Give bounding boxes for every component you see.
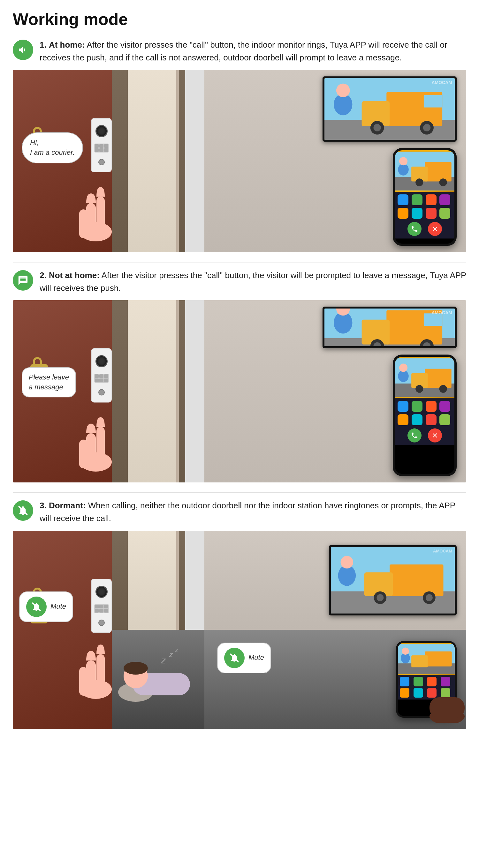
doorbell-button xyxy=(98,159,105,165)
svg-rect-17 xyxy=(425,162,451,181)
svg-point-22 xyxy=(399,157,407,165)
phone-video-svg xyxy=(395,150,454,192)
sleep-area: z z z xyxy=(112,630,204,729)
mode1-section: 1. At home: After the visitor presses th… xyxy=(13,38,466,252)
doorbell-keypad-2 xyxy=(94,374,109,383)
speaker-icon xyxy=(18,44,28,55)
mode2-text: 2. Not at home: After the visitor presse… xyxy=(40,269,466,295)
mode2-section: 2. Not at home: After the visitor presse… xyxy=(13,269,466,483)
doorbell-keypad-3 xyxy=(94,604,109,613)
doorbell-camera-2 xyxy=(96,355,108,367)
phone-screen xyxy=(395,150,454,244)
monitor-watermark-2: AMOCAM xyxy=(432,310,452,315)
svg-rect-73 xyxy=(411,655,428,667)
svg-point-20 xyxy=(439,178,447,186)
bell-mute-icon xyxy=(18,505,28,516)
svg-rect-50 xyxy=(96,654,105,692)
scene2: Please leavea message xyxy=(13,300,466,483)
page-title: Working mode xyxy=(13,9,466,29)
scene3-wall-mid: z z z xyxy=(112,531,204,729)
smartphone-1 xyxy=(393,148,457,246)
doorbell-keypad xyxy=(94,144,109,153)
scene3-door-left: Mute xyxy=(13,531,112,729)
svg-rect-35 xyxy=(424,313,442,326)
phone-holder-area xyxy=(393,354,457,476)
svg-rect-26 xyxy=(79,440,88,468)
svg-point-19 xyxy=(415,178,423,186)
svg-rect-24 xyxy=(86,433,96,465)
svg-rect-1 xyxy=(86,203,96,235)
indoor-monitor: AMOCAM xyxy=(322,76,457,142)
mode3-text: 3. Dormant: When calling, neither the ou… xyxy=(40,499,466,525)
phone-app-grid xyxy=(395,192,454,239)
sleeping-person-svg: z z z xyxy=(116,647,200,711)
white-wall xyxy=(185,70,204,252)
svg-point-21 xyxy=(398,164,408,176)
hand-svg xyxy=(77,178,115,241)
mode1-text: 1. At home: After the visitor presses th… xyxy=(40,38,466,64)
phone-video-svg-2 xyxy=(395,357,454,398)
mute-icon-circle-right xyxy=(224,648,245,668)
phone-video xyxy=(395,150,454,192)
scene2-door-left: Please leavea message xyxy=(13,300,112,483)
message-icon xyxy=(18,275,28,286)
door-frame xyxy=(128,70,179,252)
svg-point-66 xyxy=(426,594,433,601)
scene1-wall-mid xyxy=(112,70,204,252)
bubble-leave-message: Please leavea message xyxy=(22,367,76,397)
bubble-mute-left: Mute xyxy=(19,591,73,622)
svg-rect-2 xyxy=(96,197,105,235)
mode1-header: 1. At home: After the visitor presses th… xyxy=(13,38,466,64)
phone-area-3 xyxy=(396,641,457,718)
bubble-mute-right: Mute xyxy=(217,643,271,673)
svg-rect-3 xyxy=(79,209,88,238)
monitor-screen: AMOCAM xyxy=(324,78,455,140)
svg-point-14 xyxy=(336,84,350,97)
smartphone-2 xyxy=(393,354,457,476)
bell-slash-icon-left xyxy=(31,602,41,612)
monitor-screen-3: AMOCAM xyxy=(331,547,455,614)
door-frame-3 xyxy=(128,531,179,630)
scene1-door-left: Hi,I am a courier. xyxy=(13,70,112,252)
svg-text:z: z xyxy=(169,651,173,659)
svg-rect-72 xyxy=(425,651,451,666)
doorbell-camera-3 xyxy=(96,586,108,598)
svg-point-9 xyxy=(373,124,381,131)
svg-rect-61 xyxy=(389,564,443,596)
mode3-header: 3. Dormant: When calling, neither the ou… xyxy=(13,499,466,525)
monitor-watermark: AMOCAM xyxy=(432,80,452,85)
divider2 xyxy=(13,492,466,493)
phone-video-3 xyxy=(398,643,455,675)
bell-slash-icon-right xyxy=(229,653,240,663)
svg-point-75 xyxy=(402,647,409,654)
doorbell-unit-3 xyxy=(91,579,112,633)
svg-rect-12 xyxy=(424,95,442,107)
hand-svg-2 xyxy=(77,408,115,471)
door-frame-2 xyxy=(128,300,179,483)
doorbell-camera xyxy=(96,125,108,137)
svg-rect-25 xyxy=(96,427,105,465)
white-wall-2 xyxy=(185,300,204,483)
scene1: Hi,I am a courier. xyxy=(13,70,466,252)
mode3-icon xyxy=(13,500,33,521)
hand-pressing-2 xyxy=(77,408,115,473)
mute-icon-circle-left xyxy=(26,596,47,617)
svg-text:z: z xyxy=(161,655,166,665)
indoor-monitor-2: AMOCAM xyxy=(322,307,457,348)
doorbell-button-2 xyxy=(98,389,105,396)
wall-top xyxy=(112,531,204,630)
svg-point-42 xyxy=(415,385,423,393)
svg-point-55 xyxy=(124,662,148,675)
scene2-room: The screen turns on onceand then turns o… xyxy=(204,300,466,483)
monitor-watermark-3: AMOCAM xyxy=(433,549,452,553)
scene3-room-top: AMOCAM xyxy=(204,531,466,630)
divider1 xyxy=(13,262,466,262)
hand-svg-3 xyxy=(77,635,115,699)
doorbell-unit-2 xyxy=(91,348,112,403)
svg-rect-40 xyxy=(425,369,451,388)
bubble-courier: Hi,I am a courier. xyxy=(22,132,83,164)
scene1-room: AMOCAM xyxy=(204,70,466,252)
svg-rect-77 xyxy=(430,697,465,718)
hand-holding-svg xyxy=(428,691,466,723)
phone-video-svg-3 xyxy=(398,643,455,675)
